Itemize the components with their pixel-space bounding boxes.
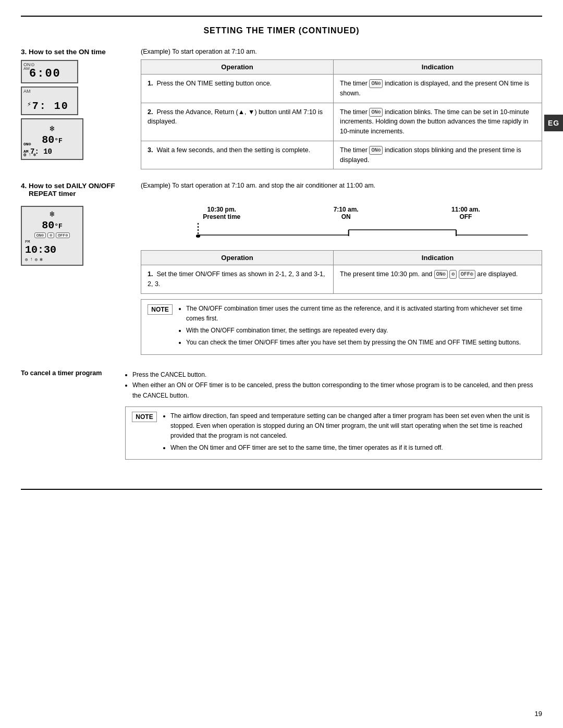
note2-section: NOTE The airflow direction, fan speed an… (21, 406, 542, 468)
lcd3-snowflake: ❄ (25, 124, 79, 134)
lcd-images: ON⊙ AM 6:00 AM ⚡ 7: 10 ❄ 80°F ON⊙ AM 7: … (21, 60, 136, 160)
note2-box: NOTE The airflow direction, fan speed an… (125, 406, 542, 460)
lcd1-am-label: AM (23, 66, 30, 71)
section4-right: 10:30 pm. Present time 7:10 am. ON 11:00… (141, 206, 542, 363)
lcd4-snowflake: ❄ (25, 209, 79, 219)
section4-header: 4. How to set DAILY ON/OFF REPEAT timer (21, 182, 141, 198)
lcd4-on-icon: ON⊙ (34, 232, 46, 238)
table-row: 1. Set the timer ON/OFF times as shown i… (141, 265, 542, 294)
section3-row2-op: 2. Press the Advance, Return (▲, ▼) butt… (141, 103, 334, 141)
note2-item1: The airflow direction, fan speed and tem… (170, 411, 535, 441)
note1-item3: You can check the timer ON/OFF times aft… (186, 338, 535, 348)
cancel-label: To cancel a timer program (21, 369, 125, 377)
eg-tab: EG (544, 115, 563, 131)
lcd4-off-icon: OFF⊙ (56, 232, 70, 238)
lcd4-time: 10:30 (25, 244, 79, 256)
note1-item1: The ON/OFF combination timer uses the cu… (186, 304, 535, 324)
on-icon-s4: ON⊙ (434, 270, 448, 279)
section3-row1-ind: The timer ON⊙ indication is displayed, a… (334, 75, 542, 103)
lcd4-mid-icon: ⊙ (47, 232, 54, 238)
note2-label: NOTE (132, 412, 157, 422)
timeline-label1: Present time (203, 213, 240, 220)
section3-header: 3. How to set the ON time (21, 48, 136, 56)
timeline-time2: 7:10 am. (334, 206, 359, 213)
section4-col1: Operation (141, 251, 334, 265)
timeline-col2: 7:10 am. ON (334, 206, 359, 220)
lcd4-bottom-icons: ⊙↑⊙❄ (25, 257, 79, 263)
on-timer-icon-2: ON⊙ (369, 108, 383, 117)
on-timer-icon-1: ON⊙ (369, 79, 383, 88)
timeline-diagram: 10:30 pm. Present time 7:10 am. ON 11:00… (141, 206, 542, 243)
timeline-svg (141, 220, 542, 241)
section4-row1-ind: The present time 10:30 pm. and ON⊙ ⊙ OFF… (334, 265, 542, 294)
svg-point-6 (196, 235, 200, 238)
lcd3-bottom-icons: ⊙↑❄ (23, 152, 36, 158)
lcd4-temp: 80°F (25, 219, 79, 231)
section4-row1-op: 1. Set the timer ON/OFF times as shown i… (141, 265, 334, 294)
note1-label: NOTE (148, 304, 173, 315)
section4-note: NOTE The ON/OFF combination timer uses t… (141, 299, 542, 355)
timeline-col1: 10:30 pm. Present time (203, 206, 240, 220)
page-title: SETTING THE TIMER (CONTINUED) (21, 26, 542, 35)
section3-row2-ind: The timer ON⊙ indication blinks. The tim… (334, 103, 542, 141)
section3-right: (Example) To start operation at 7:10 am.… (141, 48, 542, 169)
cancel-item1: Press the CANCEL button. (132, 369, 542, 380)
section3-col1: Operation (141, 60, 334, 75)
page-number: 19 (535, 710, 542, 718)
lcd2-am-label: AM (23, 89, 31, 94)
off-icon-s4: OFF⊙ (459, 270, 475, 279)
timeline-col3: 11:00 am. OFF (451, 206, 480, 220)
lcd1-time: 6:00 (29, 63, 74, 80)
section3-col2: Indication (334, 60, 542, 75)
table-row: 1. Press the ON TIME setting button once… (141, 75, 542, 103)
note1-content: The ON/OFF combination timer uses the cu… (178, 304, 535, 350)
timeline-label2: ON (334, 213, 359, 220)
timeline-time1: 10:30 pm. (203, 206, 240, 213)
cancel-section: To cancel a timer program Press the CANC… (21, 369, 542, 401)
lcd4-pm-label: PM (25, 239, 79, 244)
section3-table: Operation Indication 1. Press the ON TIM… (141, 59, 542, 169)
on-timer-icon-3: ON⊙ (369, 146, 383, 155)
note1-item2: With the ON/OFF combination timer, the s… (186, 326, 535, 336)
mid-icon-s4: ⊙ (449, 270, 457, 279)
cancel-item2: When either an ON or OFF timer is to be … (132, 380, 542, 401)
table-row: 3. Wait a few seconds, and then the sett… (141, 141, 542, 169)
section3-row3-op: 3. Wait a few seconds, and then the sett… (141, 141, 334, 169)
table-row: 2. Press the Advance, Return (▲, ▼) butt… (141, 103, 542, 141)
section4-example: (Example) To start operation at 7:10 am.… (141, 182, 542, 189)
section3-row1-op: 1. Press the ON TIME setting button once… (141, 75, 334, 103)
timeline-label3: OFF (451, 213, 480, 220)
section4-table: Operation Indication 1. Set the timer ON… (141, 250, 542, 294)
section4-col2: Indication (334, 251, 542, 265)
lcd4-bottom-labels: ON⊙ ⊙ OFF⊙ (25, 232, 79, 238)
lcd3-temp: 80°F (25, 134, 79, 146)
section3-example: (Example) To start operation at 7:10 am. (141, 48, 542, 55)
lcd-display-3: ❄ 80°F ON⊙ AM 7: 10 ⊙↑❄ (21, 118, 83, 160)
lcd3-on-label: ON⊙ (23, 142, 31, 146)
note2-item2: When the ON timer and OFF timer are set … (170, 443, 535, 453)
lcd-display-2: AM ⚡ 7: 10 (21, 87, 78, 115)
lcd2-flash-icon: ⚡ (27, 100, 31, 108)
section3-row3-ind: The timer ON⊙ indication stops blinking … (334, 141, 542, 169)
cancel-content: Press the CANCEL button. When either an … (125, 369, 542, 401)
lcd2-time: 7: 10 (32, 96, 69, 112)
note2-content: The airflow direction, fan speed and tem… (162, 411, 535, 455)
timeline-time3: 11:00 am. (451, 206, 480, 213)
section4-lcd-area: ❄ 80°F ON⊙ ⊙ OFF⊙ PM 10:30 ⊙↑⊙❄ (21, 206, 141, 266)
lcd-display-1: ON⊙ AM 6:00 (21, 60, 78, 83)
lcd-display-4: ❄ 80°F ON⊙ ⊙ OFF⊙ PM 10:30 ⊙↑⊙❄ (21, 206, 83, 266)
